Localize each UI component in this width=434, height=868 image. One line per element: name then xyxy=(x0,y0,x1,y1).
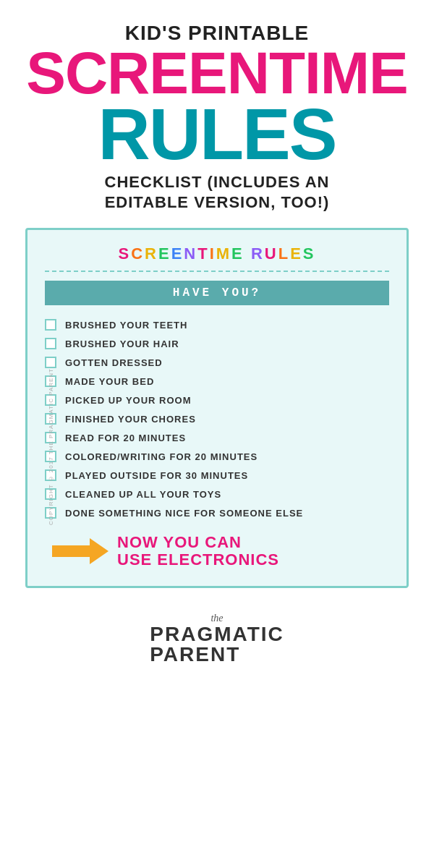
list-item: GOTTEN DRESSED xyxy=(45,353,389,372)
checkbox-3[interactable] xyxy=(45,357,56,368)
now-you-can-label: NOW YOU CANUSE ELECTRONICS xyxy=(117,534,279,569)
subtitle: CHECKLIST (INCLUDES ANEDITABLE VERSION, … xyxy=(14,172,420,213)
item-label: PICKED UP YOUR ROOM xyxy=(65,395,192,406)
list-item: READ FOR 20 MINUTES xyxy=(45,428,389,447)
pragmatic-label: PRAGMATIC PARENT xyxy=(150,624,284,665)
svg-marker-0 xyxy=(52,538,109,564)
item-label: BRUSHED YOUR HAIR xyxy=(65,339,179,349)
checkbox-1[interactable] xyxy=(45,319,56,331)
item-label: CLEANED UP ALL YOUR TOYS xyxy=(65,489,221,500)
list-item: BRUSHED YOUR HAIR xyxy=(45,334,389,353)
item-label: DONE SOMETHING NICE FOR SOMEONE ELSE xyxy=(65,508,303,519)
list-item: COLORED/WRITING FOR 20 MINUTES xyxy=(45,447,389,466)
header: KID'S PRINTABLE SCREENTIME RULES CHECKLI… xyxy=(14,22,420,213)
list-item: DONE SOMETHING NICE FOR SOMEONE ELSE xyxy=(45,503,389,522)
item-label: BRUSHED YOUR TEETH xyxy=(65,320,187,331)
list-item: FINISHED YOUR CHORES xyxy=(45,409,389,428)
dotted-divider xyxy=(45,271,389,272)
list-item: MADE YOUR BED xyxy=(45,372,389,391)
card-inner: SCREENTIME RULES Have You? BRUSHED YOUR … xyxy=(45,244,389,569)
checklist-list: BRUSHED YOUR TEETH BRUSHED YOUR HAIR GOT… xyxy=(45,315,389,522)
list-item: BRUSHED YOUR TEETH xyxy=(45,315,389,334)
item-label: MADE YOUR BED xyxy=(65,376,154,387)
checkbox-2[interactable] xyxy=(45,338,56,349)
item-label: GOTTEN DRESSED xyxy=(65,357,163,368)
item-label: COLORED/WRITING FOR 20 MINUTES xyxy=(65,451,258,462)
item-label: READ FOR 20 MINUTES xyxy=(65,433,186,443)
list-item: PLAYED OUTSIDE FOR 30 MINUTES xyxy=(45,466,389,485)
footer-logo: the PRAGMATIC PARENT xyxy=(150,613,284,665)
list-item: CLEANED UP ALL YOUR TOYS xyxy=(45,485,389,503)
item-label: FINISHED YOUR CHORES xyxy=(65,414,196,425)
rules-title: RULES xyxy=(14,101,420,166)
list-item: PICKED UP YOUR ROOM xyxy=(45,391,389,409)
card-title: SCREENTIME RULES xyxy=(45,244,389,263)
copyright-text: COPYRIGHT © 2017 THE PRAGMATIC PARENT xyxy=(48,368,54,525)
have-you-banner: Have You? xyxy=(45,281,389,305)
arrow-icon xyxy=(52,537,110,566)
item-label: PLAYED OUTSIDE FOR 30 MINUTES xyxy=(65,470,248,481)
arrow-section: NOW YOU CANUSE ELECTRONICS xyxy=(45,534,389,569)
checklist-card: SCREENTIME RULES Have You? BRUSHED YOUR … xyxy=(25,228,409,588)
